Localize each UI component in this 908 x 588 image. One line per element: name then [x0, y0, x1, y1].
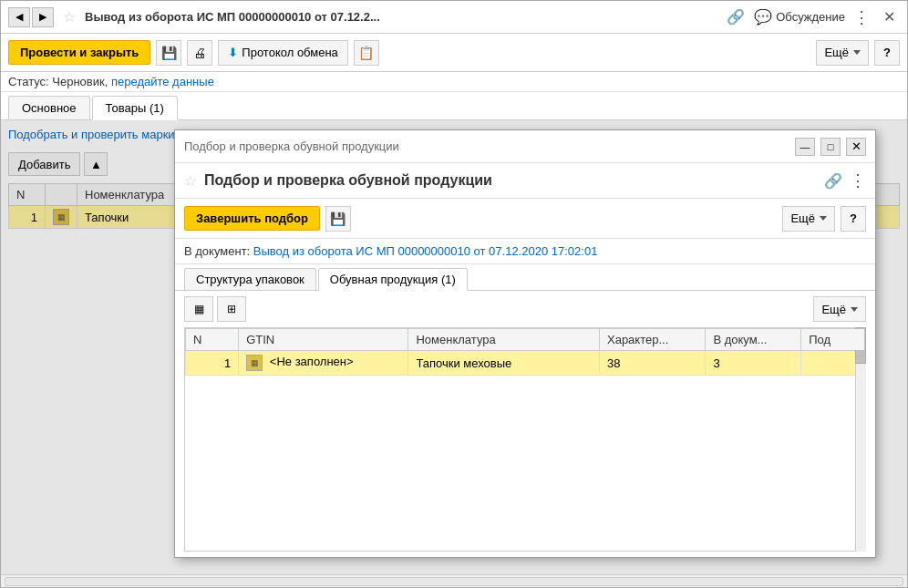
modal-more-label: Ещё [790, 211, 815, 225]
modal-item-icon: ▦ [246, 355, 263, 371]
table-scroll-container: N GTIN Номенклатура Характер... В докум.… [184, 327, 866, 552]
main-tabs: Основное Товары (1) [1, 92, 907, 120]
title-more-button[interactable]: ⋮ [851, 7, 872, 27]
modal-col-nom: Номенклатура [408, 329, 600, 351]
modal-tab-structure[interactable]: Структура упаковок [184, 268, 316, 290]
inner-chevron-icon [851, 307, 858, 312]
modal-titlebar: Подбор и проверка обувной продукции — □ … [175, 130, 875, 163]
modal-maximize-button[interactable]: □ [820, 138, 841, 156]
extra-button[interactable]: 📋 [354, 40, 379, 66]
scroll-track[interactable] [5, 577, 903, 586]
modal-cell-char: 38 [599, 351, 705, 376]
tab-tovary[interactable]: Товары (1) [92, 96, 178, 120]
more-label: Ещё [824, 46, 849, 59]
modal-chevron-icon [820, 216, 827, 221]
modal-save-button[interactable]: 💾 [325, 206, 351, 232]
modal-cell-n: 1 [186, 351, 239, 376]
doc-ref-link[interactable]: Вывод из оборота ИС МП 00000000010 от 07… [253, 244, 598, 258]
modal-table-area: ▦ ⊞ Ещё [175, 291, 875, 557]
modal-col-pod: Под [801, 329, 865, 351]
inner-toolbar-left: ▦ ⊞ [184, 296, 246, 322]
main-toolbar: Провести и закрыть 💾 🖨 ⬇ Протокол обмена… [1, 34, 907, 72]
inner-more-label: Ещё [821, 303, 846, 316]
modal-tab-shoe[interactable]: Обувная продукция (1) [318, 268, 468, 291]
modal-tabs: Структура упаковок Обувная продукция (1) [175, 264, 875, 291]
modal-table-scroll[interactable]: N GTIN Номенклатура Характер... В докум.… [184, 327, 866, 552]
link-icon[interactable]: 🔗 [727, 8, 745, 26]
modal-link-icon[interactable]: 🔗 [824, 172, 842, 190]
back-button[interactable]: ◀ [8, 7, 30, 27]
modal-col-n: N [186, 329, 239, 351]
modal-minimize-button[interactable]: — [795, 138, 815, 156]
discuss-icon: 💬 [754, 8, 772, 26]
main-window: ◀ ▶ ☆ Вывод из оборота ИС МП 00000000010… [0, 0, 908, 588]
modal-scrollbar-track[interactable] [855, 327, 866, 552]
title-close-button[interactable]: ✕ [878, 7, 900, 27]
title-bar: ◀ ▶ ☆ Вывод из оборота ИС МП 00000000010… [1, 1, 907, 34]
grid-icon: ⊞ [227, 303, 236, 315]
status-bar: Статус: Черновик, передайте данные [1, 72, 907, 92]
modal-toolbar: Завершить подбор 💾 Ещё ? [175, 199, 875, 239]
inner-toolbar: ▦ ⊞ Ещё [184, 296, 866, 322]
status-prefix: Статус: Черновик, [8, 75, 108, 88]
exchange-icon: ⬇ [228, 46, 238, 59]
forward-button[interactable]: ▶ [32, 7, 54, 27]
modal-header: ☆ Подбор и проверка обувной продукции 🔗 … [175, 163, 875, 199]
nav-buttons: ◀ ▶ [8, 7, 54, 27]
more-button[interactable]: Ещё [816, 40, 869, 66]
window-title: Вывод из оборота ИС МП 00000000010 от 07… [85, 10, 717, 24]
main-scrollbar[interactable] [1, 574, 907, 587]
modal-more-dots[interactable]: ⋮ [850, 170, 866, 191]
modal-title-text: Подбор и проверка обувной продукции [184, 139, 399, 153]
barcode-button[interactable]: ▦ [184, 296, 213, 322]
modal-cell-doc: 3 [706, 351, 801, 376]
modal-cell-gtin: ▦ <Не заполнен> [239, 351, 408, 376]
modal-title: Подбор и проверка обувной продукции [204, 172, 817, 189]
favorite-icon[interactable]: ☆ [63, 8, 76, 26]
modal-dialog: Подбор и проверка обувной продукции — □ … [174, 129, 876, 558]
modal-col-doc: В докум... [706, 329, 801, 351]
exchange-protocol-button[interactable]: ⬇ Протокол обмена [218, 40, 348, 66]
print-button[interactable]: 🖨 [187, 40, 212, 66]
help-button[interactable]: ? [874, 40, 900, 66]
inner-more-button[interactable]: Ещё [813, 296, 866, 322]
modal-content: В документ: Вывод из оборота ИС МП 00000… [175, 239, 875, 557]
modal-table-row[interactable]: 1 ▦ <Не заполнен> Тапочки меховые 38 3 [186, 351, 865, 376]
modal-favorite-icon[interactable]: ☆ [184, 172, 197, 190]
print-icon: 🖨 [193, 46, 206, 60]
extra-icon: 📋 [358, 46, 374, 60]
modal-col-gtin: GTIN [239, 329, 408, 351]
save-icon: 💾 [161, 46, 177, 60]
doc-ref-prefix: В документ: [184, 244, 250, 258]
modal-cell-nom: Тапочки меховые [408, 351, 600, 376]
discuss-button[interactable]: 💬 Обсуждение [754, 8, 845, 26]
chevron-down-icon [853, 50, 861, 55]
grid-button[interactable]: ⊞ [217, 296, 246, 322]
barcode-icon: ▦ [194, 303, 204, 315]
content-area: Подобрать и проверить маркированную прод… [1, 120, 907, 574]
modal-col-char: Характер... [599, 329, 705, 351]
post-and-close-button[interactable]: Провести и закрыть [8, 40, 150, 65]
tab-osnovnoe[interactable]: Основное [8, 96, 90, 119]
finish-selection-button[interactable]: Завершить подбор [184, 206, 320, 231]
status-link[interactable]: передайте данные [111, 75, 214, 88]
modal-data-table: N GTIN Номенклатура Характер... В докум.… [185, 328, 865, 376]
modal-save-icon: 💾 [330, 211, 346, 226]
modal-help-button[interactable]: ? [841, 206, 866, 232]
save-button[interactable]: 💾 [156, 40, 181, 66]
modal-more-button[interactable]: Ещё [782, 206, 835, 232]
modal-close-button[interactable]: ✕ [846, 138, 866, 156]
discuss-label: Обсуждение [776, 10, 845, 24]
exchange-label: Протокол обмена [242, 46, 338, 59]
modal-gtin-value: <Не заполнен> [270, 355, 354, 368]
doc-ref: В документ: Вывод из оборота ИС МП 00000… [175, 239, 875, 264]
